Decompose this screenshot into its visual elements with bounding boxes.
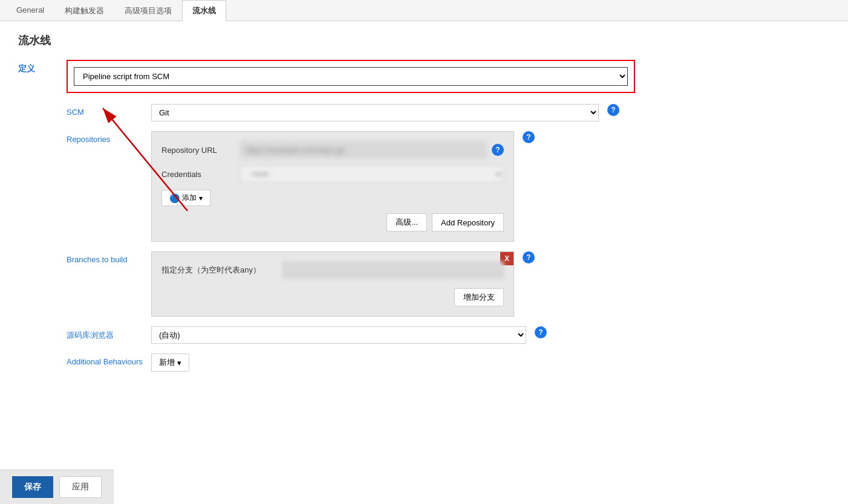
plus-icon: 🔵 [169,193,180,203]
repositories-group: Repository URL ? Credentials - none - [151,131,535,242]
additional-behaviours-control: 新增 ▾ [151,354,189,372]
add-repository-button[interactable]: Add Repository [432,213,504,231]
branch-specifier-label: 指定分支（为空时代表any） [161,265,282,276]
repo-button-row: 高级... Add Repository [161,213,504,231]
tab-pipeline[interactable]: 流水线 [182,0,226,21]
scm-label: SCM [67,104,151,117]
definition-row: 定义 Pipeline script from SCM [18,60,830,381]
branches-label: Branches to build [67,251,151,264]
branches-group: X 指定分支（为空时代表any） 增加分支 ? [151,251,535,317]
add-credentials-row: 🔵 添加 ▾ [161,190,504,206]
tab-general[interactable]: General [6,0,54,21]
scm-help-icon[interactable]: ? [607,104,619,116]
section-title: 流水线 [18,33,830,48]
source-browser-select[interactable]: (自动) [151,326,526,344]
branch-specifier-input[interactable] [282,262,504,279]
add-button-label: 添加 [182,193,197,203]
scm-select[interactable]: Git [151,104,599,121]
repo-url-row: Repository URL ? [161,141,504,158]
dropdown-arrow: ▾ [199,194,203,202]
repo-url-label: Repository URL [161,146,240,155]
repo-url-help-icon[interactable]: ? [492,144,504,156]
branch-specifier-row: 指定分支（为空时代表any） [161,262,504,279]
scm-control-group: Git ? [151,104,619,121]
source-browser-help-icon[interactable]: ? [535,326,547,338]
tab-advanced-options[interactable]: 高级项目选项 [114,0,182,21]
additional-behaviours-section: Additional Behaviours 新增 ▾ [67,354,830,372]
credentials-row: Credentials - none - [161,166,504,183]
branches-help-icon[interactable]: ? [523,251,535,263]
new-button-label: 新增 [159,357,175,368]
new-button-arrow: ▾ [177,358,181,367]
pipeline-definition-select[interactable]: Pipeline script from SCM [74,67,628,86]
repo-url-input[interactable] [240,141,487,158]
branches-section: Branches to build X 指定分支（为空时代表any） 增加分支 [67,251,830,317]
bottom-bar: 保存 应用 [0,470,114,504]
source-browser-group: (自动) ? [151,326,547,344]
source-browser-section: 源码库浏览器 (自动) ? [67,326,830,344]
new-button[interactable]: 新增 ▾ [151,354,189,372]
credentials-label: Credentials [161,170,240,179]
scm-row: SCM Git ? [67,104,830,121]
repositories-label: Repositories [67,131,151,144]
additional-behaviours-label: Additional Behaviours [67,354,151,366]
page-wrapper: General 构建触发器 高级项目选项 流水线 流水线 定义 Pipeline… [0,0,848,504]
add-credentials-button[interactable]: 🔵 添加 ▾ [161,190,210,206]
definition-select-box: Pipeline script from SCM [67,60,635,93]
source-browser-label: 源码库浏览器 [67,326,151,341]
repositories-section: Repositories Repository URL ? Crede [67,131,830,242]
repositories-panel: Repository URL ? Credentials - none - [151,131,514,242]
definition-content: Pipeline script from SCM SCM [67,60,830,381]
branches-panel: X 指定分支（为空时代表any） 增加分支 [151,251,514,317]
save-button[interactable]: 保存 [12,476,53,498]
apply-button[interactable]: 应用 [59,476,102,498]
main-content: 流水线 定义 Pipeline script from SCM [0,21,848,405]
add-branch-button[interactable]: 增加分支 [454,288,504,306]
repositories-help-icon[interactable]: ? [523,131,535,143]
definition-label: 定义 [18,60,67,74]
advanced-button[interactable]: 高级... [386,213,427,231]
tab-bar: General 构建触发器 高级项目选项 流水线 [0,0,848,21]
tab-build-triggers[interactable]: 构建触发器 [54,0,114,21]
credentials-select[interactable]: - none - [240,166,504,183]
